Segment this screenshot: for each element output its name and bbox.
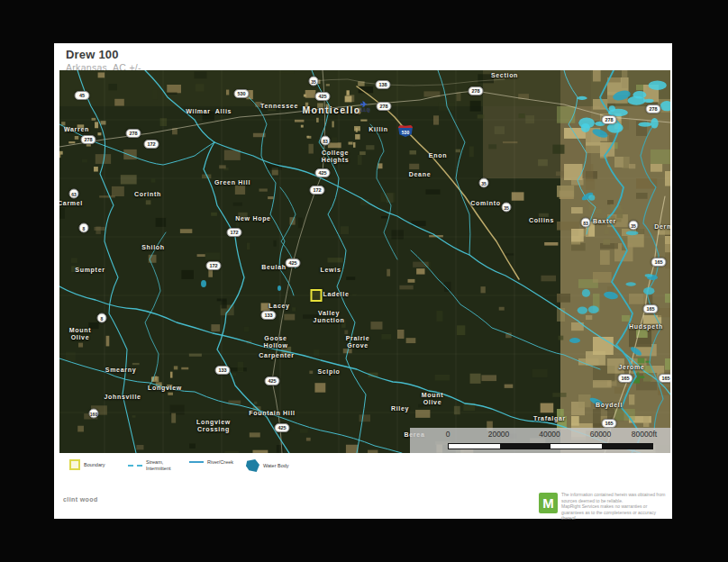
disclaimer-line-2: MapRight Services makes no warranties or…	[561, 503, 656, 521]
highway-shield: 138	[376, 80, 391, 89]
highway-shield: 530	[234, 89, 250, 98]
highway-shield: 425	[315, 92, 331, 101]
highway-shield: 133	[215, 366, 231, 375]
river-swatch-icon	[189, 461, 204, 463]
highway-shield: 278	[81, 135, 96, 144]
scalebar-tick: 20000	[488, 430, 510, 439]
page-title: Drew 100	[66, 48, 119, 61]
highway-shield: 165	[602, 419, 617, 428]
legend-item-water: Water Body	[246, 459, 289, 472]
mapright-logo: M	[539, 493, 558, 513]
map-legend: BoundaryStream, IntermittentRiver/CreekW…	[59, 454, 670, 479]
legend-label: Water Body	[263, 463, 289, 469]
scalebar-labels: 020000400006000080000ft	[59, 430, 670, 440]
highway-shield: 172	[206, 261, 222, 270]
disclaimer-line-1: The information contained herein was obt…	[561, 492, 665, 503]
boundary-marker[interactable]	[311, 289, 323, 302]
highway-shield: 278	[377, 102, 392, 111]
scalebar-tick: 0	[446, 430, 450, 439]
highway-shield: 172	[227, 228, 242, 237]
legend-label: Stream, Intermittent	[146, 459, 171, 472]
disclaimer-text: The information contained herein was obt…	[561, 492, 670, 521]
highway-shield: 278	[602, 115, 617, 124]
scalebar-tick: 80000ft	[632, 430, 657, 439]
highway-shield: 425	[286, 258, 301, 267]
highway-shield: 278	[646, 104, 661, 113]
legend-label: Boundary	[84, 462, 105, 468]
highway-shield: 278	[469, 86, 484, 95]
highway-shield: 83	[581, 218, 591, 228]
highway-shield: 172	[310, 186, 325, 195]
highway-shield: 160	[89, 409, 99, 419]
highway-shield: 63	[69, 189, 79, 199]
scalebar-tick: 40000	[539, 430, 560, 439]
legend-label: River/Creek	[207, 459, 233, 466]
airport-marker: ✈KLLQ	[358, 101, 370, 113]
scalebar-tick: 60000	[590, 430, 612, 439]
stream-swatch-icon	[128, 465, 142, 467]
highway-shield: 35	[479, 178, 489, 188]
highway-shield: 35	[309, 77, 319, 86]
map-canvas[interactable]: 452782781726353035425138278278278278530✈…	[59, 70, 670, 453]
water-swatch-icon	[246, 459, 259, 472]
highway-shield: 425	[315, 168, 331, 177]
legend-item-boundary: Boundary	[69, 459, 105, 470]
legend-item-stream: Stream, Intermittent	[128, 459, 171, 472]
highway-shield: 165	[643, 304, 659, 313]
highway-shield: 8	[97, 313, 107, 323]
highway-shield: 8	[79, 223, 89, 233]
boundary-swatch-icon	[69, 459, 80, 470]
highway-shield: 165	[651, 258, 667, 267]
highway-shield: 165	[618, 374, 633, 383]
highway-shield: 35	[629, 221, 639, 231]
highway-shield: 172	[144, 140, 159, 149]
scalebar-bar	[448, 443, 653, 449]
highway-shield: 278	[126, 129, 141, 138]
author-name: clint wood	[63, 496, 98, 503]
map-document-page: Drew 100 Arkansas, AC +/- 45278278172635…	[54, 43, 672, 519]
airplane-icon: ✈	[360, 101, 368, 108]
highway-shield: 133	[261, 311, 277, 320]
legend-item-river: River/Creek	[189, 459, 233, 466]
highway-shield: 35	[502, 203, 512, 213]
highway-shield: 425	[265, 376, 280, 385]
satellite-imagery	[59, 70, 670, 453]
highway-shield: 45	[75, 91, 90, 100]
highway-shield: 165	[659, 374, 671, 383]
highway-shield: 83	[321, 136, 331, 146]
